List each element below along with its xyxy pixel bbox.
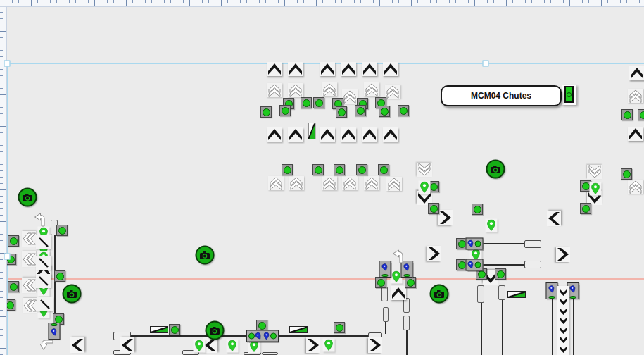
chevron-up-outline-icon[interactable] [289,176,304,190]
status-indicator[interactable] [356,164,367,175]
location-pin-icon[interactable] [486,219,498,232]
chevron-up-icon[interactable] [362,127,377,142]
chevron-up-outline-icon[interactable] [322,176,337,190]
chevron-up-icon[interactable] [383,127,398,142]
chevron-up-outline-icon[interactable] [288,83,303,97]
location-pin-icon[interactable] [323,339,335,352]
chevron-up-icon[interactable] [629,66,644,80]
status-indicator[interactable] [312,164,324,175]
location-pin-icon[interactable] [419,181,431,194]
conveyor-segment[interactable] [381,287,388,301]
status-indicator[interactable] [169,324,180,335]
chevron-up-icon[interactable] [341,127,356,142]
chevron-up-outline-icon[interactable] [364,176,379,190]
signal-box[interactable] [466,259,484,271]
chevron-up-icon[interactable] [341,62,356,76]
turn-arrow-icon[interactable] [33,213,47,230]
chevron-strip[interactable] [557,286,569,355]
status-indicator[interactable] [580,203,591,214]
chevron-up-icon[interactable] [391,286,406,300]
location-pin-icon[interactable] [194,340,206,353]
chevron-up-icon[interactable] [320,127,335,142]
status-indicator[interactable] [375,277,386,288]
chevron-up-outline-icon[interactable] [385,85,400,99]
status-indicator[interactable] [8,281,19,292]
chevron-left-icon[interactable] [546,211,562,225]
status-indicator[interactable] [405,277,416,288]
chevron-up-icon[interactable] [288,62,303,76]
status-indicator[interactable] [378,164,389,175]
chevron-right-icon[interactable] [305,338,321,352]
status-indicator[interactable] [621,168,632,180]
gauge-bar[interactable] [507,288,526,301]
chevron-up-outline-icon[interactable] [322,82,337,96]
status-indicator[interactable] [8,235,19,247]
status-indicator[interactable] [56,225,68,236]
chevron-right-icon[interactable] [438,211,453,225]
camera-icon[interactable] [486,160,505,179]
diverter-bar-icon[interactable] [36,274,51,288]
chevron-up-icon[interactable] [267,127,282,142]
chevron-up-icon[interactable] [320,62,335,76]
gauge-bar[interactable] [150,323,168,336]
selection-handle[interactable] [4,61,11,67]
status-indicator[interactable] [282,164,293,175]
status-indicator[interactable] [334,322,345,333]
status-indicator[interactable] [313,97,324,108]
status-indicator[interactable] [495,268,506,280]
gauge-bar[interactable] [289,323,308,336]
chevron-up-outline-icon[interactable] [342,176,358,190]
chevron-up-icon[interactable] [628,127,643,141]
chevron-up-outline-icon[interactable] [628,89,643,103]
chevron-right-icon[interactable] [367,338,383,352]
status-led[interactable] [564,86,574,103]
conveyor-segment[interactable] [477,285,484,303]
conveyor-endpoint[interactable] [262,352,278,355]
chevron-up-icon[interactable] [362,62,377,76]
conveyor-segment[interactable] [383,307,389,322]
signal-box[interactable] [546,282,558,299]
chevron-left-outline-icon[interactable] [21,232,37,246]
camera-icon[interactable] [206,321,225,340]
chevron-left-icon[interactable] [70,338,85,352]
conveyor-endpoint[interactable] [524,261,541,268]
conveyor-endpoint[interactable] [524,240,541,248]
status-indicator[interactable] [379,106,390,117]
selection-handle[interactable] [4,254,11,260]
status-indicator[interactable] [621,109,633,120]
chevron-down-outline-icon[interactable] [587,165,602,179]
conveyor-segment[interactable] [498,285,505,300]
diverter-bar-icon[interactable] [36,256,51,270]
conveyor-segment[interactable] [403,316,410,330]
status-indicator[interactable] [334,164,345,175]
chevron-down-outline-icon[interactable] [417,163,432,177]
status-indicator[interactable] [260,106,272,118]
chevron-up-icon[interactable] [288,127,303,142]
chevron-up-outline-icon[interactable] [628,180,643,194]
chevron-up-outline-icon[interactable] [342,89,358,104]
camera-icon[interactable] [196,246,215,265]
signal-box[interactable] [379,261,391,278]
status-indicator[interactable] [638,109,644,120]
chevron-left-outline-icon[interactable] [21,252,37,266]
status-indicator[interactable] [279,105,291,116]
gauge-bar[interactable] [308,123,316,142]
camera-icon[interactable] [18,188,37,207]
camera-icon[interactable] [430,285,449,304]
chevron-up-outline-icon[interactable] [268,176,284,190]
chevron-up-icon[interactable] [383,62,398,76]
chevron-up-outline-icon[interactable] [364,82,379,96]
chevron-left-icon[interactable] [120,338,135,352]
signal-box[interactable] [466,238,484,250]
status-indicator[interactable] [472,204,483,215]
diverter-bar-icon[interactable] [36,235,51,249]
camera-icon[interactable] [63,285,82,304]
status-indicator[interactable] [398,105,409,116]
turn-arrow-icon[interactable] [39,337,56,351]
selection-handle[interactable] [483,61,489,67]
chevron-up-icon[interactable] [267,62,282,76]
chevron-up-outline-icon[interactable] [267,83,282,97]
mcm04-chutes-button[interactable]: MCM04 Chutes [441,85,562,106]
chevron-left-outline-icon[interactable] [21,278,37,292]
conveyor-segment[interactable] [403,298,410,313]
